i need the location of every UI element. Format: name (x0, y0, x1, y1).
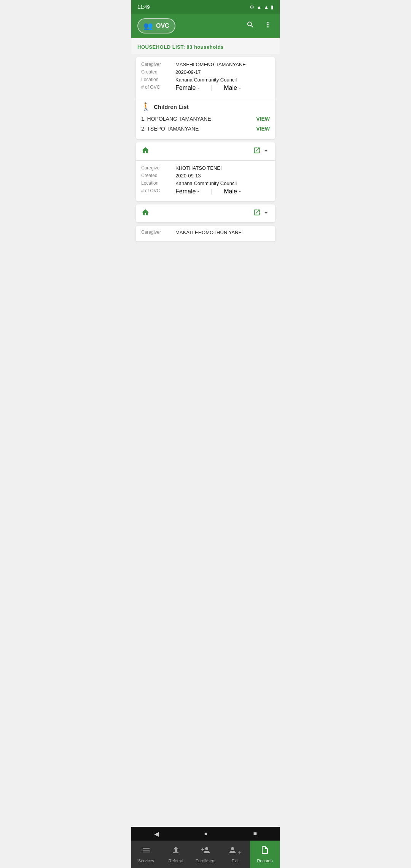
caregiver-value-1: MASEHLOMENG TAMANYANE (175, 62, 246, 67)
card-2-details: Caregiver KHOTHATSO TENEI Created 2020-0… (136, 161, 275, 201)
created-value-2: 2020-09-13 (175, 173, 201, 179)
search-button[interactable] (245, 19, 256, 33)
ovc-label-2: # of OVC (141, 188, 175, 195)
card-3-action-right[interactable] (253, 209, 270, 218)
location-row-2: Location Kanana Community Council (141, 180, 270, 186)
ovc-female-1: Female - (175, 85, 199, 91)
card-2-actions-row (136, 142, 275, 161)
app-logo[interactable]: 👥 OVC (137, 18, 175, 34)
card-2-action-right[interactable] (253, 147, 270, 156)
ovc-row-2: # of OVC Female - | Male - (141, 188, 270, 195)
location-value-2: Kanana Community Council (175, 180, 237, 186)
child-name-1-1: 1. HOPOLANG TAMANYANE (141, 116, 211, 122)
app-logo-icon: 👥 (143, 21, 153, 30)
ovc-values-1: Female - | Male - (175, 85, 241, 91)
location-label-1: Location (141, 77, 175, 83)
children-list-title-1: Children List (154, 104, 189, 110)
status-icons: ⚙ ▲ ▲ ▮ (250, 4, 274, 10)
partial-caregiver-row: Caregiver MAKATLEHOMOTHUN YANE (141, 230, 270, 235)
app-title: OVC (156, 22, 169, 29)
household-card-1: Caregiver MASEHLOMENG TAMANYANE Created … (136, 57, 275, 139)
children-icon-1: 🚶 (141, 102, 151, 111)
location-label-2: Location (141, 180, 175, 186)
created-row-2: Created 2020-09-13 (141, 173, 270, 179)
ovc-label-1: # of OVC (141, 85, 175, 91)
ovc-values-2: Female - | Male - (175, 188, 241, 195)
partial-caregiver-value: MAKATLEHOMOTHUN YANE (175, 230, 242, 235)
location-row-1: Location Kanana Community Council (141, 77, 270, 83)
status-time: 11:49 (137, 4, 150, 10)
app-bar-actions (245, 19, 274, 33)
wifi-icon: ▲ (256, 4, 261, 10)
signal-icon: ▲ (264, 4, 269, 10)
child-row-1-1: 1. HOPOLANG TAMANYANE VIEW (141, 116, 270, 122)
created-label-1: Created (141, 69, 175, 75)
expand-icon-2 (262, 147, 270, 156)
view-child-1-2-button[interactable]: VIEW (256, 126, 270, 132)
status-bar: 11:49 ⚙ ▲ ▲ ▮ (131, 0, 280, 14)
expand-icon-3 (262, 209, 270, 218)
partial-caregiver-label: Caregiver (141, 230, 175, 235)
household-card-actions-3 (136, 204, 275, 223)
card-3-actions-row (136, 204, 275, 223)
home-icon-3 (141, 208, 150, 219)
household-card-actions-2: Caregiver KHOTHATSO TENEI Created 2020-0… (136, 142, 275, 201)
ovc-separator-2: | (211, 188, 212, 195)
battery-icon: ▮ (271, 4, 274, 10)
ovc-male-2: Male - (224, 188, 241, 195)
children-list-1: 🚶 Children List 1. HOPOLANG TAMANYANE VI… (136, 98, 275, 139)
caregiver-row-2: Caregiver KHOTHATSO TENEI (141, 165, 270, 171)
view-child-1-1-button[interactable]: VIEW (256, 116, 270, 122)
ovc-male-1: Male - (224, 85, 241, 91)
external-link-icon-2 (253, 147, 261, 156)
list-header: HOUSEHOLD LIST: 83 households (131, 38, 280, 54)
caregiver-value-2: KHOTHATSO TENEI (175, 165, 222, 171)
location-value-1: Kanana Community Council (175, 77, 237, 83)
settings-icon: ⚙ (250, 4, 254, 10)
children-list-header-1: 🚶 Children List (141, 102, 270, 111)
partial-card: Caregiver MAKATLEHOMOTHUN YANE (136, 226, 275, 241)
created-row-1: Created 2020-09-17 (141, 69, 270, 75)
content-area: Caregiver MASEHLOMENG TAMANYANE Created … (131, 54, 280, 275)
created-label-2: Created (141, 173, 175, 179)
created-value-1: 2020-09-17 (175, 69, 201, 75)
caregiver-row-1: Caregiver MASEHLOMENG TAMANYANE (141, 62, 270, 67)
more-options-button[interactable] (262, 19, 274, 33)
app-bar: 👥 OVC (131, 14, 280, 38)
home-icon-2 (141, 146, 150, 156)
caregiver-label-1: Caregiver (141, 62, 175, 67)
external-link-icon-3 (253, 209, 261, 218)
ovc-separator-1: | (211, 85, 212, 91)
caregiver-label-2: Caregiver (141, 165, 175, 171)
card-1-details: Caregiver MASEHLOMENG TAMANYANE Created … (136, 57, 275, 98)
ovc-female-2: Female - (175, 188, 199, 195)
child-name-1-2: 2. TSEPO TAMANYANE (141, 126, 199, 132)
ovc-row-1: # of OVC Female - | Male - (141, 85, 270, 91)
list-header-title: HOUSEHOLD LIST: 83 households (137, 44, 224, 50)
child-row-1-2: 2. TSEPO TAMANYANE VIEW (141, 126, 270, 132)
